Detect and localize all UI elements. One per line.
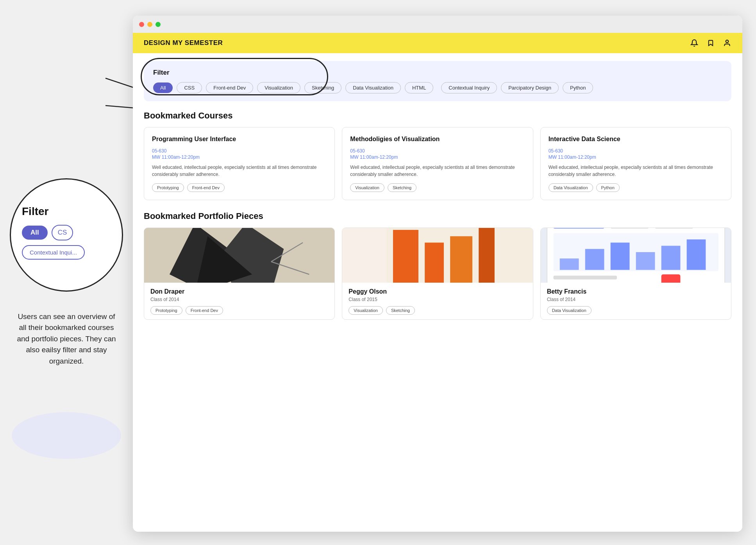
course-code-1: 05-630 <box>152 148 327 154</box>
annotation-bg <box>12 412 121 459</box>
filter-tag-css[interactable]: CSS <box>177 82 202 93</box>
portfolio-info-2: Peggy Olson Class of 2015 Visualization … <box>342 283 533 319</box>
portfolio-class-3: Class of 2014 <box>547 297 725 302</box>
course-tag[interactable]: Data Visualization <box>549 183 593 192</box>
traffic-light-yellow[interactable] <box>147 22 152 27</box>
portfolio-info-3: Betty Francis Class of 2014 Data Visuali… <box>541 283 731 319</box>
course-card-1[interactable]: Programming User Interface 05-630 MW 11:… <box>144 127 335 200</box>
svg-rect-26 <box>686 239 706 270</box>
bookmark-icon[interactable] <box>706 39 715 47</box>
course-time-3: MW 11:00am-12:20pm <box>549 154 723 160</box>
svg-rect-14 <box>342 228 387 283</box>
course-tags-2: Visualization Sketching <box>350 183 525 192</box>
portfolio-image-2 <box>342 228 533 283</box>
zoom-filter-label: Filter <box>22 205 48 218</box>
filter-tag-html[interactable]: HTML <box>405 82 433 93</box>
portfolio-name-2: Peggy Olson <box>349 288 526 295</box>
svg-rect-23 <box>610 242 629 270</box>
portfolio-card-3[interactable]: Betty Francis Class of 2014 Data Visuali… <box>540 228 731 320</box>
course-tag[interactable]: Python <box>596 183 620 192</box>
course-desc-3: Well educated, intellectual people, espe… <box>549 164 723 178</box>
portfolio-card-1[interactable]: Don Draper Class of 2014 Prototyping Fro… <box>144 228 335 320</box>
browser-chrome <box>133 16 742 33</box>
portfolio-tag[interactable]: Prototyping <box>150 306 182 315</box>
filter-tag-contextual[interactable]: Contextual Inquiry <box>441 82 497 93</box>
svg-rect-12 <box>450 236 472 283</box>
svg-rect-25 <box>661 246 680 270</box>
zoom-tags-row: All CS <box>22 225 73 240</box>
course-tag[interactable]: Prototyping <box>152 183 184 192</box>
filter-tag-datavis[interactable]: Data Visualization <box>345 82 401 93</box>
svg-rect-19 <box>655 228 693 229</box>
svg-rect-10 <box>393 230 418 283</box>
course-time-2: MW 11:00am-12:20pm <box>350 154 525 160</box>
portfolio-image-1 <box>144 228 334 283</box>
app-content: Filter All CSS Front-end Dev Visualizati… <box>133 53 742 532</box>
zoom-circle: Filter All CS Contextual Inqui... <box>10 178 123 292</box>
filter-tag-python[interactable]: Python <box>563 82 593 93</box>
browser-window: DESIGN MY SEMESTER <box>133 16 742 532</box>
zoom-tag-all[interactable]: All <box>22 226 48 240</box>
portfolio-grid: Don Draper Class of 2014 Prototyping Fro… <box>144 228 731 320</box>
filter-tag-sketching[interactable]: Sketching <box>304 82 341 93</box>
course-desc-2: Well educated, intellectual people, espe… <box>350 164 525 178</box>
zoom-tags-row-2: Contextual Inqui... <box>22 245 85 260</box>
filter-tag-participatory[interactable]: Parcipatory Design <box>501 82 559 93</box>
course-code-3: 05-630 <box>549 148 723 154</box>
notification-icon[interactable] <box>690 39 699 47</box>
course-tag[interactable]: Sketching <box>388 183 416 192</box>
portfolio-tags-2: Visualization Sketching <box>349 306 526 315</box>
svg-rect-17 <box>553 228 604 229</box>
portfolio-title: Bookmarked Portfolio Pieces <box>144 211 731 221</box>
svg-point-2 <box>726 40 729 43</box>
courses-grid: Programming User Interface 05-630 MW 11:… <box>144 127 731 200</box>
course-title-1: Programming User Interface <box>152 135 327 143</box>
bookmarked-courses-title: Bookmarked Courses <box>144 111 731 121</box>
portfolio-tags-1: Prototyping Front-end Dev <box>150 306 328 315</box>
annotation-text: Users can see an overview of all their b… <box>16 311 117 367</box>
course-card-2[interactable]: Methodoligies of Visualization 05-630 MW… <box>342 127 533 200</box>
svg-rect-24 <box>636 252 655 270</box>
filter-tag-all[interactable]: All <box>153 82 173 93</box>
header-icons <box>690 39 731 47</box>
portfolio-tag[interactable]: Front-end Dev <box>186 306 223 315</box>
course-desc-1: Well educated, intellectual people, espe… <box>152 164 327 178</box>
course-card-3[interactable]: Interactive Data Science 05-630 MW 11:00… <box>540 127 731 200</box>
filter-tag-frontend[interactable]: Front-end Dev <box>206 82 253 93</box>
portfolio-name-3: Betty Francis <box>547 288 725 295</box>
portfolio-tag[interactable]: Data Visualization <box>547 306 592 315</box>
course-code-2: 05-630 <box>350 148 525 154</box>
user-icon[interactable] <box>723 39 731 47</box>
portfolio-tags-3: Data Visualization <box>547 306 725 315</box>
filter-label: Filter <box>153 69 722 77</box>
svg-rect-21 <box>559 258 579 270</box>
zoom-tag-cs[interactable]: CS <box>52 225 73 240</box>
portfolio-info-1: Don Draper Class of 2014 Prototyping Fro… <box>144 283 334 319</box>
app-header: DESIGN MY SEMESTER <box>133 33 742 53</box>
left-panel: Filter All CS Contextual Inqui... Users … <box>0 0 133 545</box>
traffic-light-green[interactable] <box>155 22 161 27</box>
portfolio-class-2: Class of 2015 <box>349 297 526 302</box>
portfolio-tag[interactable]: Sketching <box>386 306 415 315</box>
course-title-2: Methodoligies of Visualization <box>350 135 525 143</box>
course-tag[interactable]: Front-end Dev <box>187 183 225 192</box>
svg-rect-13 <box>479 228 495 283</box>
portfolio-image-3 <box>541 228 731 283</box>
svg-rect-11 <box>425 242 444 282</box>
filter-tag-visualization[interactable]: Visualization <box>257 82 300 93</box>
portfolio-name-1: Don Draper <box>150 288 328 295</box>
svg-rect-18 <box>610 228 648 229</box>
course-time-1: MW 11:00am-12:20pm <box>152 154 327 160</box>
zoom-tag-contextual[interactable]: Contextual Inqui... <box>22 245 85 260</box>
svg-rect-27 <box>553 276 617 280</box>
traffic-light-red[interactable] <box>139 22 144 27</box>
portfolio-tag[interactable]: Visualization <box>349 306 383 315</box>
course-title-3: Interactive Data Science <box>549 135 723 143</box>
portfolio-card-2[interactable]: Peggy Olson Class of 2015 Visualization … <box>342 228 533 320</box>
app-title: DESIGN MY SEMESTER <box>144 39 223 47</box>
course-tag[interactable]: Visualization <box>350 183 384 192</box>
course-tags-3: Data Visualization Python <box>549 183 723 192</box>
portfolio-class-1: Class of 2014 <box>150 297 328 302</box>
course-tags-1: Prototyping Front-end Dev <box>152 183 327 192</box>
svg-rect-22 <box>585 249 604 270</box>
